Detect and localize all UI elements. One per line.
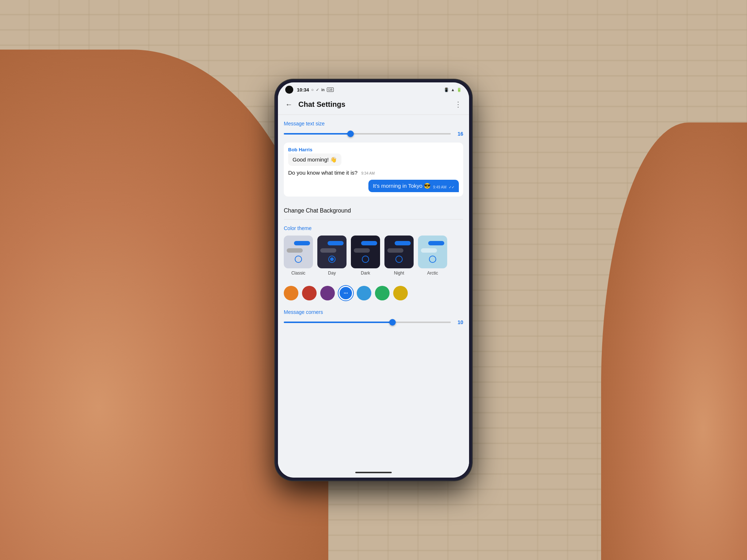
color-dot-yellow[interactable] <box>393 286 408 300</box>
theme-card-arctic <box>418 236 447 268</box>
color-dots-row: ··· <box>284 284 463 302</box>
status-icon-circle: ○ <box>311 88 314 92</box>
status-icon-check: ✓ <box>316 88 319 92</box>
theme-card-dark <box>351 236 380 268</box>
phone-screen: 10:34 ○ ✓ in GB 📳 ▲ 🔋 ← Chat Settings ⋮ … <box>278 82 469 478</box>
color-dot-more-icon: ··· <box>344 290 348 296</box>
theme-classic-bubble-recv <box>287 248 303 253</box>
color-dot-green[interactable] <box>375 286 390 300</box>
status-bar: 10:34 ○ ✓ in GB 📳 ▲ 🔋 <box>278 82 469 96</box>
theme-day-radio-dot <box>330 257 334 261</box>
received-text-1: Good morning! 👋 <box>293 156 337 163</box>
color-dot-purple[interactable] <box>320 286 335 300</box>
received-message-2: Do you know what time it is? 9:34 AM <box>288 170 459 176</box>
theme-arctic-radio <box>429 256 436 263</box>
bottom-indicator-bar <box>278 469 469 478</box>
message-text-size-label: Message text size <box>284 121 463 127</box>
sent-check-icon: ✓✓ <box>449 185 454 189</box>
status-right-icons: 📳 ▲ 🔋 <box>444 88 462 92</box>
status-icon-battery: 🔋 <box>457 88 462 92</box>
sent-message-1: It's morning in Tokyo 😎 9:49 AM ✓✓ <box>288 180 459 192</box>
sent-text-1: It's morning in Tokyo 😎 <box>373 183 431 189</box>
theme-item-classic[interactable]: Classic <box>284 236 313 276</box>
received-plain-text: Do you know what time it is? <box>288 170 357 176</box>
theme-classic-bubble-sent <box>294 241 310 245</box>
status-icon-wifi: ▲ <box>451 88 455 92</box>
color-dot-lightblue[interactable] <box>357 286 371 300</box>
home-indicator <box>355 472 392 473</box>
theme-arctic-name: Arctic <box>427 271 438 276</box>
theme-arctic-bubble-sent <box>428 241 444 245</box>
theme-dark-name: Dark <box>361 271 370 276</box>
more-menu-button[interactable]: ⋮ <box>453 98 463 110</box>
theme-arctic-bubble-recv <box>421 248 437 253</box>
theme-scroll-row: Classic Day <box>284 236 463 279</box>
theme-night-bubble-recv <box>387 248 403 253</box>
status-icon-linkedin: in <box>321 88 325 92</box>
app-bar: ← Chat Settings ⋮ <box>278 96 469 115</box>
color-dot-red[interactable] <box>302 286 317 300</box>
chat-sender-name: Bob Harris <box>288 147 459 152</box>
status-time: 10:34 <box>297 87 309 93</box>
message-text-size-section: Message text size 16 <box>284 121 463 137</box>
received-bubble-1: Good morning! 👋 <box>288 153 341 166</box>
theme-dark-bubble-recv <box>354 248 370 253</box>
status-icon-gb: GB <box>327 88 334 92</box>
theme-card-night <box>384 236 414 268</box>
theme-dark-bubble-sent <box>361 241 377 245</box>
theme-card-classic <box>284 236 313 268</box>
text-size-slider-track[interactable] <box>284 133 451 135</box>
chat-preview-box: Bob Harris Good morning! 👋 Do you know w… <box>284 143 463 197</box>
theme-night-bubble-sent <box>395 241 411 245</box>
color-dot-orange[interactable] <box>284 286 298 300</box>
text-size-value: 16 <box>454 131 463 137</box>
back-button[interactable]: ← <box>284 99 294 110</box>
received-time-1: 9:34 AM <box>361 171 375 175</box>
theme-day-name: Day <box>328 271 336 276</box>
theme-item-day[interactable]: Day <box>317 236 347 276</box>
color-theme-label: Color theme <box>284 225 463 231</box>
sent-time-1: 9:49 AM <box>433 185 446 189</box>
theme-item-night[interactable]: Night <box>384 236 414 276</box>
corners-slider-row: 10 <box>284 319 463 325</box>
theme-dark-radio <box>362 256 369 263</box>
corners-slider-thumb[interactable] <box>389 319 396 326</box>
sent-bubble-1: It's morning in Tokyo 😎 9:49 AM ✓✓ <box>368 180 459 192</box>
status-left: 10:34 ○ ✓ in GB <box>285 86 334 94</box>
theme-night-name: Night <box>394 271 404 276</box>
phone-device: 10:34 ○ ✓ in GB 📳 ▲ 🔋 ← Chat Settings ⋮ … <box>275 79 472 481</box>
corners-slider-fill <box>284 322 392 323</box>
theme-card-day <box>317 236 347 268</box>
color-dot-blue-selected[interactable]: ··· <box>338 286 353 300</box>
theme-day-radio <box>328 256 336 263</box>
text-size-slider-fill <box>284 133 351 135</box>
message-corners-section: Message corners 10 <box>284 309 463 325</box>
theme-item-dark[interactable]: Dark <box>351 236 380 276</box>
theme-day-bubble-recv <box>320 248 336 253</box>
text-size-slider-thumb[interactable] <box>347 131 354 137</box>
corners-value: 10 <box>454 319 463 325</box>
theme-night-radio <box>395 256 403 263</box>
change-chat-background-row[interactable]: Change Chat Background <box>284 202 463 219</box>
theme-classic-name: Classic <box>291 271 306 276</box>
theme-item-arctic[interactable]: Arctic <box>418 236 447 276</box>
message-corners-label: Message corners <box>284 309 463 315</box>
settings-content: Message text size 16 Bob Harris Good mor… <box>278 115 469 469</box>
page-title: Chat Settings <box>298 100 449 109</box>
text-size-slider-row: 16 <box>284 131 463 137</box>
corners-slider-track[interactable] <box>284 322 451 323</box>
camera-hole <box>285 86 293 94</box>
color-theme-section: Color theme Classic <box>284 225 463 279</box>
received-message-1: Bob Harris Good morning! 👋 <box>288 147 459 166</box>
theme-day-bubble-sent <box>328 241 344 245</box>
status-icon-vibrate: 📳 <box>444 88 449 92</box>
theme-classic-radio <box>295 256 302 263</box>
